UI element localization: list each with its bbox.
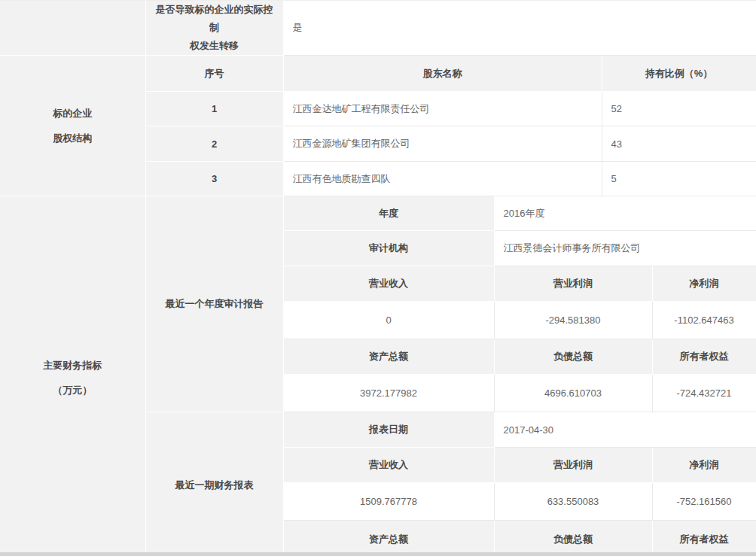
revenue-header: 营业收入 <box>283 448 494 483</box>
latest-statement-label: 最近一期财务报表 <box>145 412 283 556</box>
equity-section-label-line1: 标的企业 <box>9 101 136 126</box>
year-value: 2016年度 <box>494 196 756 231</box>
revenue-header: 营业收入 <box>283 266 494 302</box>
disclosure-table: 是否导致标的企业的实际控制 权发生转移 是 标的企业 股权结构 序号 股东名称 … <box>0 0 756 556</box>
operating-profit-header: 营业利润 <box>494 266 652 302</box>
year-label: 年度 <box>283 196 494 231</box>
total-liabilities-header: 负债总额 <box>494 521 652 556</box>
net-profit-value: -752.161560 <box>652 483 756 521</box>
owners-equity-header: 所有者权益 <box>652 521 756 556</box>
equity-header-row: 标的企业 股权结构 序号 股东名称 持有比例（%） <box>0 56 756 92</box>
total-assets-header: 资产总额 <box>283 339 494 375</box>
auditor-label: 审计机构 <box>283 231 494 266</box>
net-profit-value: -1102.647463 <box>652 302 756 339</box>
index-column-header: 序号 <box>145 56 283 92</box>
disclosure-page: 是否导致标的企业的实际控制 权发生转移 是 标的企业 股权结构 序号 股东名称 … <box>0 0 756 556</box>
holding-ratio-header: 持有比例（%） <box>602 56 756 92</box>
shareholder-ratio: 52 <box>602 92 756 126</box>
shareholder-index: 3 <box>145 162 283 196</box>
shareholder-ratio: 5 <box>602 162 756 196</box>
shareholder-name: 江西金源地矿集团有限公司 <box>283 126 602 162</box>
control-transfer-label-line2: 权发生转移 <box>155 37 274 55</box>
net-profit-header: 净利润 <box>652 266 756 302</box>
control-transfer-value: 是 <box>283 1 756 56</box>
net-profit-header: 净利润 <box>652 448 756 483</box>
shareholder-name: 江西有色地质勘查四队 <box>283 162 602 196</box>
shareholder-index: 1 <box>145 92 283 126</box>
operating-profit-value: -294.581380 <box>494 302 652 339</box>
owners-equity-header: 所有者权益 <box>652 339 756 375</box>
control-transfer-row: 是否导致标的企业的实际控制 权发生转移 是 <box>0 1 756 56</box>
equity-section-label: 标的企业 股权结构 <box>0 56 145 196</box>
audit-year-row: 主要财务指标 （万元） 最近一个年度审计报告 年度 2016年度 <box>0 196 756 231</box>
audit-report-label: 最近一个年度审计报告 <box>145 196 283 412</box>
control-transfer-label-line1: 是否导致标的企业的实际控制 <box>155 1 274 37</box>
control-transfer-label: 是否导致标的企业的实际控制 权发生转移 <box>145 1 283 56</box>
operating-profit-value: 633.550083 <box>494 483 652 521</box>
left-column-spacer <box>0 1 145 56</box>
shareholder-name-header: 股东名称 <box>283 56 602 92</box>
revenue-value: 1509.767778 <box>283 483 494 521</box>
total-assets-header: 资产总额 <box>283 521 494 556</box>
shareholder-name: 江西金达地矿工程有限责任公司 <box>283 92 602 126</box>
shareholder-index: 2 <box>145 126 283 162</box>
owners-equity-value: -724.432721 <box>652 375 756 412</box>
revenue-value: 0 <box>283 302 494 339</box>
total-liabilities-value: 4696.610703 <box>494 375 652 412</box>
financial-section-label-line1: 主要财务指标 <box>9 353 136 378</box>
page-bottom-edge <box>0 552 756 556</box>
total-assets-value: 3972.177982 <box>283 375 494 412</box>
statement-date-label: 报表日期 <box>283 412 494 448</box>
equity-section-label-line2: 股权结构 <box>9 126 136 150</box>
total-liabilities-header: 负债总额 <box>494 339 652 375</box>
statement-date-value: 2017-04-30 <box>494 412 756 448</box>
operating-profit-header: 营业利润 <box>494 448 652 483</box>
shareholder-ratio: 43 <box>602 126 756 162</box>
financial-section-label-line2: （万元） <box>9 378 136 403</box>
auditor-value: 江西景德会计师事务所有限公司 <box>494 231 756 266</box>
financial-section-label: 主要财务指标 （万元） <box>0 196 145 556</box>
